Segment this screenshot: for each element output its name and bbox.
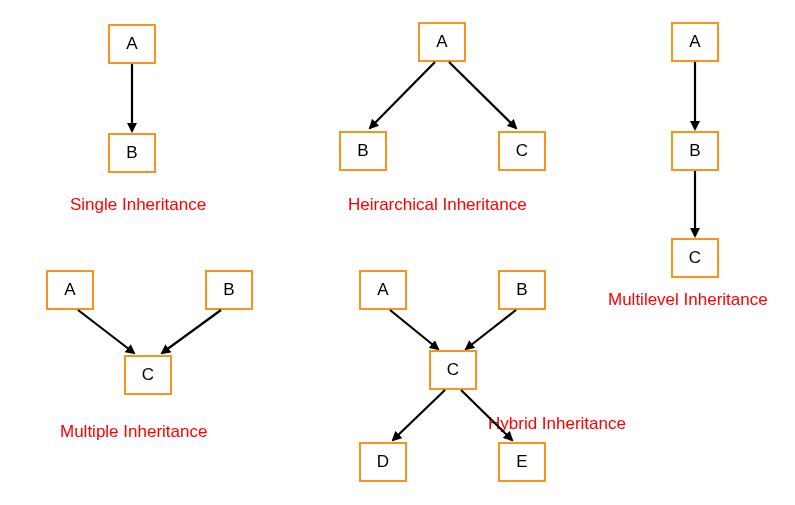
hyb-node-b: B — [498, 270, 546, 310]
node-label: B — [223, 280, 234, 300]
node-label: C — [142, 365, 154, 385]
node-label: A — [436, 32, 447, 52]
arrow-hy-c-d — [393, 390, 445, 440]
hyb-node-d: D — [359, 442, 407, 482]
node-label: B — [126, 143, 137, 163]
arrow-mp-b-c — [162, 310, 221, 353]
arrow-hy-a-c — [390, 310, 438, 349]
node-label: A — [64, 280, 75, 300]
arrow-hier-a-c — [449, 62, 516, 128]
node-label: B — [516, 280, 527, 300]
mult-node-b: B — [205, 270, 253, 310]
node-label: A — [377, 280, 388, 300]
mult-caption: Multiple Inheritance — [60, 422, 207, 442]
hyb-node-a: A — [359, 270, 407, 310]
single-node-a: A — [108, 24, 156, 64]
single-node-b: B — [108, 133, 156, 173]
multi-caption: Multilevel Inheritance — [608, 290, 768, 310]
node-label: C — [689, 248, 701, 268]
node-label: E — [516, 452, 527, 472]
multi-node-b: B — [671, 131, 719, 171]
hyb-node-e: E — [498, 442, 546, 482]
multi-node-c: C — [671, 238, 719, 278]
node-label: B — [689, 141, 700, 161]
node-label: B — [357, 141, 368, 161]
arrow-hy-b-c — [466, 310, 516, 349]
node-label: C — [447, 360, 459, 380]
hier-node-b: B — [339, 131, 387, 171]
single-caption: Single Inheritance — [70, 195, 206, 215]
node-label: A — [689, 32, 700, 52]
node-label: A — [126, 34, 137, 54]
arrow-hier-a-b — [370, 62, 435, 128]
node-label: C — [516, 141, 528, 161]
mult-node-c: C — [124, 355, 172, 395]
hier-node-a: A — [418, 22, 466, 62]
hier-caption: Heirarchical Inheritance — [348, 195, 527, 215]
mult-node-a: A — [46, 270, 94, 310]
node-label: D — [377, 452, 389, 472]
hyb-caption: Hybrid Inheritance — [488, 414, 626, 434]
multi-node-a: A — [671, 22, 719, 62]
hier-node-c: C — [498, 131, 546, 171]
hyb-node-c: C — [429, 350, 477, 390]
arrow-mp-a-c — [78, 310, 134, 353]
